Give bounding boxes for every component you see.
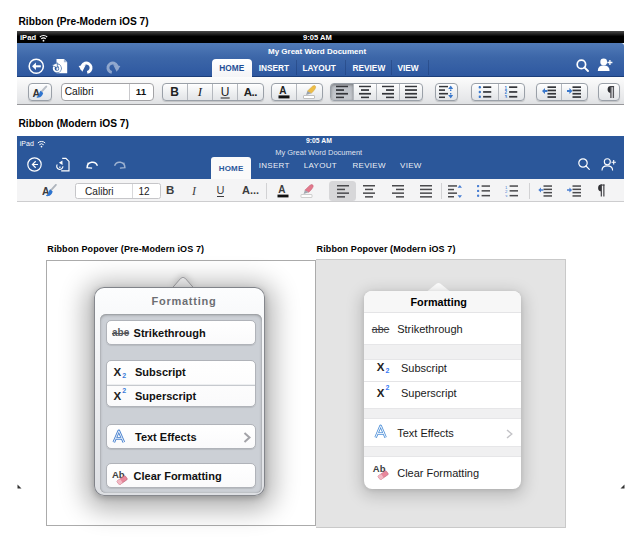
svg-text:3: 3	[505, 193, 508, 196]
svg-text:A: A	[280, 85, 287, 96]
svg-text:A: A	[278, 184, 285, 195]
svg-text:3: 3	[505, 94, 508, 97]
